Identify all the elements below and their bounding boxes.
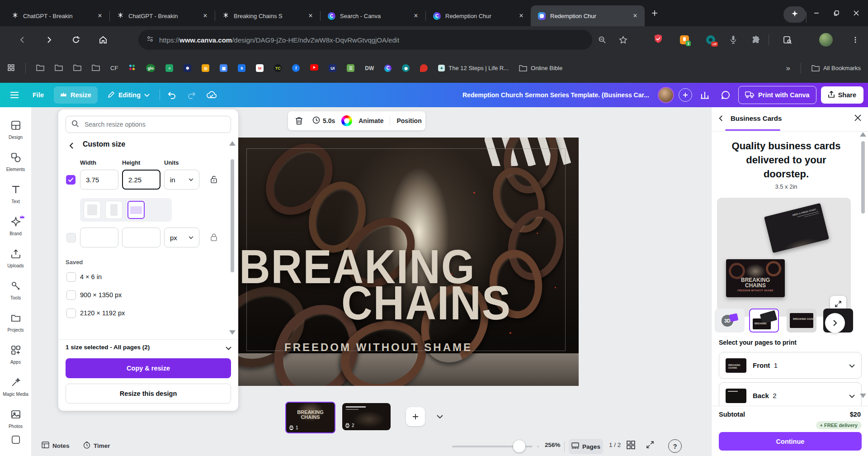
profile-avatar[interactable] (819, 33, 833, 47)
back-chevron-icon[interactable] (68, 142, 75, 151)
resize-search[interactable] (66, 116, 231, 133)
fullscreen-button[interactable] (646, 441, 654, 449)
sheets-icon[interactable]: ≡ (165, 64, 173, 72)
new-tab-button[interactable] (645, 3, 665, 24)
document-title[interactable]: Redemption Church Sermon Series Template… (462, 83, 649, 107)
back-page-select[interactable]: Back 2 (719, 382, 862, 409)
teal-site-icon[interactable]: ◉ (402, 64, 410, 72)
saved-size-row[interactable]: 4 × 6 in (58, 272, 238, 284)
back-chevron-icon[interactable] (718, 115, 724, 124)
duration-button[interactable]: 5.0s (312, 116, 335, 125)
glo-icon[interactable]: glo (146, 64, 155, 72)
tc-icon[interactable]: TC (274, 64, 282, 72)
orientation-landscape-button[interactable] (127, 201, 145, 219)
page-thumbnail-1[interactable]: BREAKINGCHAINS 1 (285, 402, 335, 433)
thumb-3d-view[interactable]: 3D (715, 309, 745, 332)
animate-button[interactable]: Animate (359, 117, 383, 124)
lock-open-icon[interactable] (210, 175, 218, 186)
extension-shield-icon[interactable] (649, 31, 667, 49)
pages-view-button[interactable]: Pages (569, 439, 603, 454)
sidebar-item-apps[interactable]: Apps (1, 338, 30, 370)
thumb-front-card[interactable]: BREAKING CHAINS (787, 309, 816, 332)
bookmark-cf[interactable]: CF (110, 65, 118, 71)
height-input[interactable] (122, 170, 160, 190)
tab-chatgpt-2[interactable]: ChatGPT - Breakin × (110, 5, 215, 26)
height-input-2[interactable] (122, 228, 160, 247)
design-subtitle[interactable]: FREEDOM WITHOUT SHAME (284, 341, 472, 354)
sidebar-item-text[interactable]: Text (1, 178, 30, 210)
notes-button[interactable]: Notes (42, 442, 70, 450)
gmail-icon[interactable]: M (256, 64, 264, 72)
design-page[interactable]: BREAKING CHAINS FREEDOM WITHOUT SHAME (238, 138, 579, 386)
help-button[interactable]: ? (668, 439, 682, 453)
size-row-checkbox[interactable] (66, 175, 75, 185)
thumb-both-cards[interactable]: BREAKING (749, 309, 779, 332)
tab-search-canva[interactable]: C Search - Canva × (321, 5, 425, 26)
extensions-puzzle-icon[interactable] (747, 31, 765, 49)
canva-bookmark-icon[interactable]: C (384, 65, 392, 72)
browser-menu-icon[interactable] (846, 31, 864, 49)
bookmark-online-bible[interactable]: Online Bible (519, 65, 562, 71)
bookmark-folder-icon[interactable] (92, 64, 100, 72)
sidebar-item-partial[interactable] (1, 435, 30, 446)
cloud-save-icon[interactable] (203, 87, 220, 103)
navy-site-icon[interactable]: ✽ (184, 64, 191, 72)
facebook-icon[interactable]: f (292, 64, 300, 72)
saved-size-row[interactable]: 900 × 1350 px (58, 290, 238, 302)
extension-teal-icon[interactable]: off (702, 31, 720, 49)
invite-member-button[interactable] (679, 88, 692, 102)
orientation-portrait-button[interactable] (105, 201, 123, 219)
sidebar-item-photos[interactable]: Photos (1, 403, 30, 435)
scroll-down-icon[interactable] (860, 394, 866, 398)
bookmark-folder-icon[interactable] (73, 64, 81, 72)
timer-button[interactable]: Timer (83, 442, 110, 450)
file-menu-button[interactable]: File (26, 86, 50, 104)
product-preview[interactable]: NEED A FRESH START... BREAKINGCHAINS FRE… (717, 198, 851, 317)
amber-site-icon[interactable]: ◎ (202, 64, 209, 72)
tab-close-icon[interactable]: × (411, 11, 421, 21)
close-window-button[interactable] (846, 3, 866, 24)
bookmark-folder-icon[interactable] (36, 64, 44, 72)
scroll-up-icon[interactable] (229, 141, 236, 146)
sidebar-item-elements[interactable]: Elements (1, 146, 30, 178)
bookmark-star-icon[interactable] (614, 31, 632, 49)
insights-button[interactable] (697, 87, 713, 103)
tab-close-icon[interactable]: × (630, 11, 640, 21)
saved-size-row[interactable]: 2120 × 1192 px (58, 309, 238, 320)
minimize-button[interactable] (807, 3, 826, 24)
undo-button[interactable] (164, 87, 180, 103)
calendar-icon[interactable]: 9 (238, 64, 245, 72)
copy-resize-button[interactable]: Copy & resize (66, 358, 231, 378)
size-row-2-checkbox[interactable] (66, 233, 76, 242)
panel-scrollbar[interactable] (861, 132, 865, 404)
tab-redemption-active[interactable]: Redemption Chur × (531, 5, 645, 26)
position-button[interactable]: Position (396, 117, 421, 124)
red-site-icon[interactable] (420, 64, 428, 72)
sidebar-item-magic-media[interactable]: Magic Media (1, 370, 30, 403)
redo-button[interactable] (184, 87, 200, 103)
grid-view-button[interactable] (627, 441, 635, 449)
reading-mode-icon[interactable] (778, 31, 797, 49)
dw-icon[interactable]: DW (365, 65, 374, 71)
ui-icon[interactable]: UI (329, 64, 336, 72)
tab-redemption-1[interactable]: C Redemption Chur × (426, 5, 531, 26)
design-title-line2[interactable]: CHAINS (341, 280, 511, 325)
scroll-down-icon[interactable] (229, 330, 236, 335)
youtube-icon[interactable] (310, 64, 318, 72)
width-input-2[interactable] (80, 228, 118, 247)
scrollbar-thumb[interactable] (231, 159, 234, 272)
delete-button[interactable] (292, 114, 306, 128)
collaborator-avatar[interactable] (658, 87, 674, 103)
menu-hamburger-icon[interactable] (6, 87, 23, 103)
tab-chatgpt-1[interactable]: ChatGPT - Breakin × (5, 5, 109, 26)
browser-ai-button[interactable] (783, 6, 806, 23)
mic-icon[interactable] (724, 31, 742, 49)
share-button[interactable]: Share (821, 86, 863, 104)
zoom-slider-handle[interactable] (513, 440, 525, 452)
saved-size-checkbox[interactable] (66, 290, 76, 300)
summary-chevron-icon[interactable] (226, 344, 231, 352)
close-panel-icon[interactable] (854, 114, 862, 124)
width-input[interactable] (80, 170, 118, 190)
reload-button[interactable] (67, 31, 85, 49)
zoom-page-icon[interactable] (593, 31, 611, 49)
